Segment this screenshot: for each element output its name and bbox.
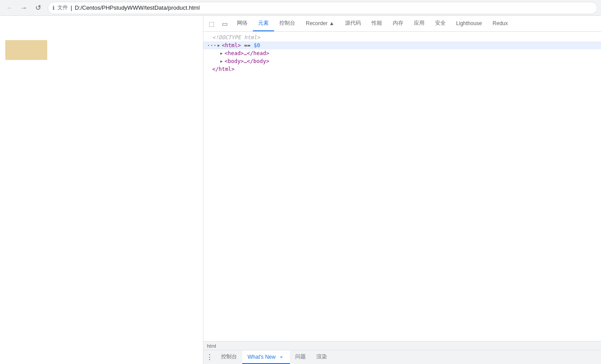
dom-head-line[interactable]: ▶ <head>…</head> (203, 49, 601, 57)
tab-network[interactable]: 网络 (232, 16, 253, 31)
drawer-tab-close-button[interactable]: × (278, 354, 285, 360)
drawer-tabs: 控制台 What's New × 问题 渲染 (216, 350, 332, 364)
tab-sources-label: 源代码 (345, 19, 361, 27)
back-icon: ← (6, 4, 13, 12)
menu-dots-icon: ⋮ (206, 353, 213, 361)
head-tag: <head>…</head> (225, 50, 269, 56)
tab-console-label: 控制台 (279, 19, 295, 27)
file-label: 文件 (57, 4, 68, 11)
dom-tree: <!DOCTYPE html> ··· ▶ <html> == $0 ▶ <he… (203, 32, 601, 75)
drawer-tab-rendering-label: 渲染 (316, 353, 327, 360)
info-icon: ℹ (53, 5, 55, 11)
devtools-toolbar: ⬚ ▭ 网络 元素 控制台 Recorder ▲ 源代码 (203, 16, 601, 32)
forward-icon: → (20, 4, 27, 12)
tab-network-label: 网络 (237, 19, 248, 27)
breadcrumb-path: html (207, 343, 216, 349)
reload-icon: ↺ (35, 4, 41, 12)
devtools-content: <!DOCTYPE html> ··· ▶ <html> == $0 ▶ <he… (203, 32, 601, 341)
dollar-text: $0 (254, 42, 260, 48)
device-icon: ▭ (222, 20, 228, 27)
inspect-element-button[interactable]: ⬚ (205, 18, 218, 30)
nav-buttons: ← → ↺ (4, 2, 44, 14)
tab-lighthouse[interactable]: Lighthouse (451, 16, 488, 31)
tab-recorder-label: Recorder ▲ (306, 20, 334, 26)
page-swatch (5, 40, 47, 60)
tab-application-label: 应用 (414, 19, 424, 27)
dom-html-line[interactable]: ··· ▶ <html> == $0 (203, 41, 601, 49)
body-tag: <body>…</body> (225, 58, 269, 64)
back-button[interactable]: ← (4, 2, 16, 14)
address-url: D:/Centos/PHPstudyWWW/testData/product.h… (75, 4, 199, 11)
tab-elements[interactable]: 元素 (253, 16, 274, 31)
drawer-menu-button[interactable]: ⋮ (203, 351, 216, 364)
tab-redux-label: Redux (492, 20, 508, 26)
devtools-drawer: ⋮ 控制台 What's New × 问题 渲染 (203, 350, 601, 364)
tab-performance-label: 性能 (372, 19, 382, 27)
tab-redux[interactable]: Redux (487, 16, 513, 31)
address-bar[interactable]: ℹ 文件 | D:/Centos/PHPstudyWWW/testData/pr… (48, 2, 597, 14)
tab-memory[interactable]: 内存 (387, 16, 409, 31)
main-area: ⬚ ▭ 网络 元素 控制台 Recorder ▲ 源代码 (0, 16, 601, 364)
devtools-panel: ⬚ ▭ 网络 元素 控制台 Recorder ▲ 源代码 (203, 16, 601, 364)
dom-doctype-line[interactable]: <!DOCTYPE html> (203, 33, 601, 41)
page-content (0, 16, 203, 364)
tab-console[interactable]: 控制台 (274, 16, 300, 31)
dom-html-close-line[interactable]: </html> (203, 65, 601, 73)
drawer-tab-console-label: 控制台 (221, 353, 237, 360)
equals-text: == (241, 42, 254, 48)
devtools-statusbar: html (203, 341, 601, 350)
tab-application[interactable]: 应用 (409, 16, 430, 31)
drawer-tab-console[interactable]: 控制台 (216, 350, 242, 364)
tab-security[interactable]: 安全 (430, 16, 451, 31)
html-toggle[interactable]: ▶ (217, 43, 221, 48)
address-separator: | (71, 4, 72, 11)
reload-button[interactable]: ↺ (32, 2, 44, 14)
tab-performance[interactable]: 性能 (366, 16, 387, 31)
drawer-tab-whats-new-label: What's New (248, 354, 276, 360)
tab-sources[interactable]: 源代码 (340, 16, 366, 31)
drawer-tab-rendering[interactable]: 渲染 (311, 350, 332, 364)
forward-button[interactable]: → (18, 2, 30, 14)
tab-recorder[interactable]: Recorder ▲ (300, 16, 340, 31)
browser-toolbar: ← → ↺ ℹ 文件 | D:/Centos/PHPstudyWWW/testD… (0, 0, 601, 16)
tab-memory-label: 内存 (393, 19, 403, 27)
device-toggle-button[interactable]: ▭ (218, 18, 231, 30)
drawer-tab-issues-label: 问题 (295, 353, 306, 360)
tab-elements-label: 元素 (258, 19, 269, 27)
dom-body-line[interactable]: ▶ <body>…</body> (203, 57, 601, 65)
drawer-tab-issues[interactable]: 问题 (290, 350, 311, 364)
html-open-tag: <html> (222, 42, 241, 48)
doctype-text: <!DOCTYPE html> (212, 34, 260, 41)
html-dots: ··· (207, 42, 217, 48)
devtools-tabs: 网络 元素 控制台 Recorder ▲ 源代码 性能 内存 (232, 16, 599, 31)
tab-lighthouse-label: Lighthouse (456, 20, 482, 26)
inspect-icon: ⬚ (209, 20, 214, 27)
head-toggle[interactable]: ▶ (219, 51, 224, 56)
body-toggle[interactable]: ▶ (219, 59, 224, 63)
drawer-tab-whats-new[interactable]: What's New × (242, 350, 290, 364)
html-close-tag: </html> (212, 66, 235, 72)
page-preview (0, 16, 203, 364)
tab-security-label: 安全 (435, 19, 446, 27)
